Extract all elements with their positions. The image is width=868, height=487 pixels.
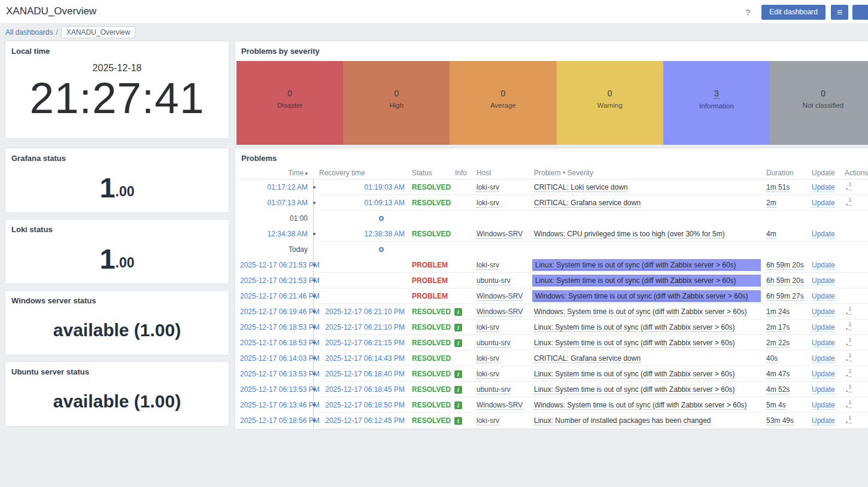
host-link[interactable]: Windows-SRV — [477, 308, 523, 316]
severity-card[interactable]: 0 Disaster — [236, 61, 343, 145]
breadcrumb-all-dashboards-link[interactable]: All dashboards — [5, 28, 53, 36]
problem-link[interactable]: Windows: System time is out of sync (dif… — [534, 308, 747, 316]
info-icon[interactable]: i — [454, 324, 462, 331]
problem-time-link[interactable]: 01:17:12 AM — [240, 183, 308, 191]
duration-text[interactable]: 2m 22s — [766, 339, 790, 348]
update-link[interactable]: Update — [812, 261, 835, 270]
problem-link[interactable]: Linux: Number of installed packages has … — [534, 416, 711, 425]
actions-icon[interactable]: 1•→ — [846, 322, 852, 332]
severity-count[interactable]: 0 — [394, 89, 399, 98]
recovery-time-link[interactable]: 2025-12-17 06:18:40 PM — [319, 370, 409, 378]
update-link[interactable]: Update — [812, 183, 835, 192]
recovery-time-link[interactable]: 2025-12-17 06:18:50 PM — [319, 401, 409, 409]
column-recovery-time[interactable]: Recovery time — [319, 169, 409, 177]
recovery-time-link[interactable]: 2025-12-17 06:21:15 PM — [319, 339, 409, 347]
update-link[interactable]: Update — [812, 401, 835, 410]
info-icon[interactable]: i — [454, 370, 462, 378]
problem-time-link[interactable]: 01:07:13 AM — [240, 199, 308, 207]
edit-dashboard-button[interactable]: Edit dashboard — [761, 5, 825, 20]
column-status[interactable]: Status — [409, 169, 450, 177]
actions-icon[interactable]: 1•→ — [846, 338, 852, 348]
update-link[interactable]: Update — [812, 230, 835, 239]
duration-text[interactable]: 4m 47s — [766, 370, 790, 379]
problem-link[interactable]: CRITICAL: Loki service down — [534, 183, 628, 192]
actions-icon[interactable]: 1•→ — [846, 307, 852, 316]
duration-text[interactable]: 1m 51s — [766, 183, 790, 192]
host-link[interactable]: Windows-SRV — [477, 401, 523, 410]
host-link[interactable]: loki-srv — [477, 199, 499, 208]
actions-icon[interactable]: 1•→ — [846, 416, 852, 425]
host-link[interactable]: loki-srv — [477, 183, 499, 192]
recovery-time-link[interactable]: 01:09:13 AM — [319, 199, 409, 207]
problem-time-link[interactable]: 12:34:38 AM — [240, 230, 308, 238]
severity-card[interactable]: 0 Average — [450, 61, 556, 145]
host-link[interactable]: Windows-SRV — [477, 292, 523, 301]
severity-card[interactable]: 3 Information — [663, 61, 770, 145]
severity-card[interactable]: 0 Not classified — [770, 61, 868, 145]
column-problem-severity[interactable]: Problem • Severity — [532, 169, 766, 177]
actions-cell[interactable]: 1•→ — [841, 322, 868, 333]
actions-cell[interactable]: 1•→ — [841, 354, 868, 364]
host-link[interactable]: Windows-SRV — [477, 230, 523, 239]
severity-card[interactable]: 0 Warning — [557, 61, 663, 145]
duration-text[interactable]: 53m 49s — [766, 416, 794, 425]
info-icon[interactable]: i — [454, 386, 462, 394]
update-link[interactable]: Update — [812, 385, 835, 394]
breadcrumb-current[interactable]: XANADU_Overview — [61, 26, 136, 38]
update-link[interactable]: Update — [812, 354, 835, 363]
actions-icon[interactable]: 1•→ — [846, 385, 852, 394]
severity-card[interactable]: 0 High — [343, 61, 450, 145]
problem-link[interactable]: Linux: System time is out of sync (diff … — [534, 385, 735, 394]
duration-text[interactable]: 1m 24s — [766, 308, 790, 316]
problem-time-link[interactable]: 2025-12-17 06:19:46 PM — [240, 308, 308, 316]
duration-text[interactable]: 4m — [766, 230, 776, 239]
update-link[interactable]: Update — [812, 370, 835, 379]
duration-text[interactable]: 4m 52s — [766, 385, 790, 394]
severity-count[interactable]: 0 — [287, 89, 292, 98]
actions-cell[interactable]: 1•→ — [841, 416, 868, 426]
clipped-button[interactable] — [852, 5, 868, 20]
problem-link[interactable]: Linux: System time is out of sync (diff … — [535, 276, 736, 285]
update-link[interactable]: Update — [812, 339, 835, 348]
actions-icon[interactable]: 1•→ — [846, 354, 852, 363]
host-link[interactable]: ubuntu-srv — [477, 276, 511, 285]
update-link[interactable]: Update — [812, 323, 835, 332]
update-link[interactable]: Update — [812, 276, 835, 285]
recovery-time-link[interactable]: 2025-12-17 06:12:45 PM — [319, 416, 409, 425]
recovery-time-link[interactable]: 12:38:38 AM — [319, 230, 409, 238]
severity-count[interactable]: 0 — [501, 89, 506, 98]
problem-time-link[interactable]: 2025-12-17 05:18:56 PM — [240, 416, 308, 425]
recovery-time-link[interactable]: 2025-12-17 06:14:43 PM — [319, 354, 409, 363]
problem-time-link[interactable]: 2025-12-17 06:18:53 PM — [240, 323, 308, 331]
help-icon[interactable]: ? — [745, 7, 751, 17]
actions-icon[interactable]: 1•→ — [846, 198, 852, 208]
duration-text[interactable]: 2m — [766, 199, 776, 208]
update-link[interactable]: Update — [812, 292, 835, 301]
actions-cell[interactable]: 1•→ — [841, 369, 868, 379]
duration-text[interactable]: 6h 59m 20s — [766, 276, 804, 285]
problem-link[interactable]: Linux: System time is out of sync (diff … — [534, 370, 735, 379]
actions-cell[interactable]: 1•→ — [841, 307, 868, 317]
actions-cell[interactable]: 1•→ — [841, 198, 868, 208]
problem-time-link[interactable]: 2025-12-17 06:21:46 PM — [240, 292, 308, 300]
actions-icon[interactable]: 1•→ — [846, 369, 852, 379]
host-link[interactable]: ubuntu-srv — [477, 339, 511, 348]
problem-link[interactable]: Linux: System time is out of sync (diff … — [534, 339, 735, 348]
problem-link[interactable]: CRITICAL: Grafana service down — [534, 354, 641, 363]
actions-cell[interactable]: 1•→ — [841, 385, 868, 395]
recovery-time-link[interactable]: 2025-12-17 06:21:10 PM — [319, 323, 409, 331]
actions-cell[interactable]: 1•→ — [841, 338, 868, 348]
duration-text[interactable]: 40s — [766, 354, 778, 363]
update-link[interactable]: Update — [812, 308, 835, 316]
info-icon[interactable]: i — [454, 339, 462, 347]
problem-link[interactable]: CRITICAL: Grafana service down — [534, 199, 641, 208]
problem-time-link[interactable]: 2025-12-17 06:13:46 PM — [240, 401, 308, 409]
info-icon[interactable]: i — [454, 401, 462, 409]
host-link[interactable]: loki-srv — [477, 354, 499, 363]
recovery-time-link[interactable]: 2025-12-17 06:18:45 PM — [319, 385, 409, 394]
recovery-time-link[interactable]: 01:19:03 AM — [319, 183, 409, 191]
column-time-sort[interactable]: Time▾ — [240, 169, 308, 177]
severity-count[interactable]: 0 — [608, 89, 612, 98]
actions-cell[interactable]: 1•→ — [841, 182, 868, 193]
problem-time-link[interactable]: 2025-12-17 06:21:53 PM — [240, 276, 308, 285]
